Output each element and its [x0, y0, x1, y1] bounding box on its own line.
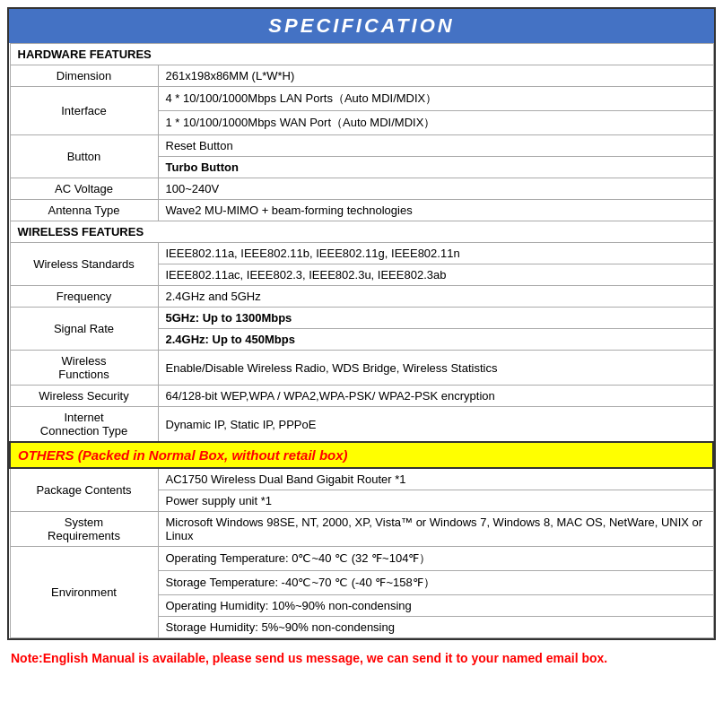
environment-value-1: Operating Temperature: 0℃~40 ℃ (32 ℉~104…: [158, 547, 713, 571]
wireless-security-label: Wireless Security: [10, 386, 158, 407]
wireless-header: WIRELESS FEATURES: [10, 221, 713, 243]
table-row: Antenna Type Wave2 MU-MIMO + beam-formin…: [10, 200, 713, 221]
wireless-section-header: WIRELESS FEATURES: [10, 221, 713, 243]
dimension-value: 261x198x86MM (L*W*H): [158, 65, 713, 87]
environment-value-2: Storage Temperature: -40℃~70 ℃ (-40 ℉~15…: [158, 571, 713, 595]
button-label: Button: [10, 135, 158, 178]
ac-voltage-label: AC Voltage: [10, 178, 158, 200]
table-row: Dimension 261x198x86MM (L*W*H): [10, 65, 713, 87]
signal-rate-value-1: 5GHz: Up to 1300Mbps: [158, 308, 713, 329]
button-value-2: Turbo Button: [158, 157, 713, 178]
table-row: Button Reset Button: [10, 135, 713, 157]
environment-value-4: Storage Humidity: 5%~90% non-condensing: [158, 617, 713, 638]
wireless-functions-label: WirelessFunctions: [10, 351, 158, 386]
ac-voltage-value: 100~240V: [158, 178, 713, 200]
wireless-functions-value: Enable/Disable Wireless Radio, WDS Bridg…: [158, 351, 713, 386]
table-row: InternetConnection Type Dynamic IP, Stat…: [10, 407, 713, 443]
wireless-standards-value-2: IEEE802.11ac, IEEE802.3, IEEE802.3u, IEE…: [158, 264, 713, 286]
interface-value-1: 4 * 10/100/1000Mbps LAN Ports（Auto MDI/M…: [158, 87, 713, 111]
signal-rate-value-2: 2.4GHz: Up to 450Mbps: [158, 329, 713, 351]
button-value-1: Reset Button: [158, 135, 713, 157]
page-title: SPECIFICATION: [9, 9, 714, 43]
note-text: Note:English Manual is available, please…: [7, 646, 716, 672]
others-header: OTHERS (Packed in Normal Box, without re…: [10, 442, 713, 468]
others-header-row: OTHERS (Packed in Normal Box, without re…: [10, 442, 713, 468]
system-requirements-label: SystemRequirements: [10, 512, 158, 547]
package-contents-value-1: AC1750 Wireless Dual Band Gigabit Router…: [158, 468, 713, 490]
table-row: Interface 4 * 10/100/1000Mbps LAN Ports（…: [10, 87, 713, 111]
wireless-standards-label: Wireless Standards: [10, 243, 158, 286]
table-row: AC Voltage 100~240V: [10, 178, 713, 200]
table-row: Signal Rate 5GHz: Up to 1300Mbps: [10, 308, 713, 329]
table-row: Wireless Standards IEEE802.11a, IEEE802.…: [10, 243, 713, 264]
hardware-section-header: HARDWARE FEATURES: [10, 44, 713, 65]
dimension-label: Dimension: [10, 65, 158, 87]
interface-value-2: 1 * 10/100/1000Mbps WAN Port（Auto MDI/MD…: [158, 111, 713, 135]
package-contents-value-2: Power supply unit *1: [158, 490, 713, 512]
spec-table: HARDWARE FEATURES Dimension 261x198x86MM…: [9, 43, 714, 638]
wireless-standards-value-1: IEEE802.11a, IEEE802.11b, IEEE802.11g, I…: [158, 243, 713, 264]
frequency-label: Frequency: [10, 286, 158, 308]
antenna-type-label: Antenna Type: [10, 200, 158, 221]
frequency-value: 2.4GHz and 5GHz: [158, 286, 713, 308]
wireless-security-value: 64/128-bit WEP,WPA / WPA2,WPA-PSK/ WPA2-…: [158, 386, 713, 407]
interface-label: Interface: [10, 87, 158, 135]
table-row: Package Contents AC1750 Wireless Dual Ba…: [10, 468, 713, 490]
internet-connection-value: Dynamic IP, Static IP, PPPoE: [158, 407, 713, 443]
signal-rate-label: Signal Rate: [10, 308, 158, 351]
table-row: SystemRequirements Microsoft Windows 98S…: [10, 512, 713, 547]
internet-connection-label: InternetConnection Type: [10, 407, 158, 443]
hardware-header: HARDWARE FEATURES: [10, 44, 713, 65]
antenna-type-value: Wave2 MU-MIMO + beam-forming technologie…: [158, 200, 713, 221]
environment-value-3: Operating Humidity: 10%~90% non-condensi…: [158, 595, 713, 617]
table-row: WirelessFunctions Enable/Disable Wireles…: [10, 351, 713, 386]
system-requirements-value: Microsoft Windows 98SE, NT, 2000, XP, Vi…: [158, 512, 713, 547]
spec-container: SPECIFICATION HARDWARE FEATURES Dimensio…: [7, 7, 716, 640]
table-row: Wireless Security 64/128-bit WEP,WPA / W…: [10, 386, 713, 407]
package-contents-label: Package Contents: [10, 468, 158, 512]
environment-label: Environment: [10, 547, 158, 638]
table-row: Frequency 2.4GHz and 5GHz: [10, 286, 713, 308]
table-row: Environment Operating Temperature: 0℃~40…: [10, 547, 713, 571]
